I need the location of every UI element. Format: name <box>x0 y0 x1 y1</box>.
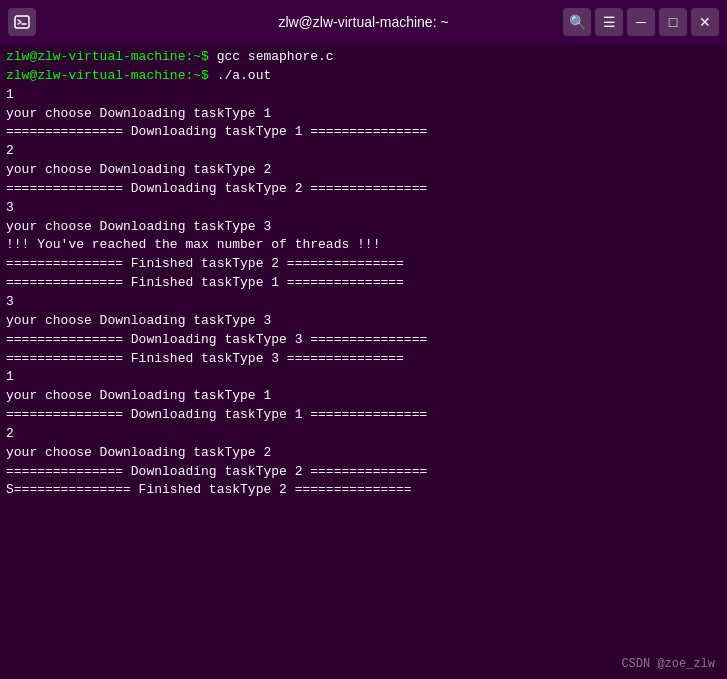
menu-button[interactable]: ☰ <box>595 8 623 36</box>
minimize-button[interactable]: ─ <box>627 8 655 36</box>
terminal-window: zlw@zlw-virtual-machine: ~ 🔍 ☰ ─ □ ✕ zlw… <box>0 0 727 679</box>
terminal-line: your choose Downloading taskType 2 <box>6 444 721 463</box>
title-bar-left <box>8 8 36 36</box>
maximize-button[interactable]: □ <box>659 8 687 36</box>
terminal-line: your choose Downloading taskType 1 <box>6 105 721 124</box>
terminal-line: !!! You've reached the max number of thr… <box>6 236 721 255</box>
terminal-line: =============== Downloading taskType 3 =… <box>6 331 721 350</box>
terminal-line: =============== Finished taskType 1 ====… <box>6 274 721 293</box>
terminal-line: 1 <box>6 368 721 387</box>
terminal-line: =============== Finished taskType 2 ====… <box>6 255 721 274</box>
terminal-body[interactable]: zlw@zlw-virtual-machine:~$ gcc semaphore… <box>0 44 727 679</box>
search-button[interactable]: 🔍 <box>563 8 591 36</box>
window-title: zlw@zlw-virtual-machine: ~ <box>278 14 448 30</box>
watermark: CSDN @zoe_zlw <box>621 657 715 671</box>
terminal-line: =============== Downloading taskType 1 =… <box>6 123 721 142</box>
terminal-line: 2 <box>6 142 721 161</box>
terminal-line: zlw@zlw-virtual-machine:~$ gcc semaphore… <box>6 48 721 67</box>
terminal-line: 1 <box>6 86 721 105</box>
svg-rect-0 <box>15 16 29 28</box>
terminal-line: 3 <box>6 293 721 312</box>
close-button[interactable]: ✕ <box>691 8 719 36</box>
terminal-line: your choose Downloading taskType 3 <box>6 218 721 237</box>
terminal-line: zlw@zlw-virtual-machine:~$ ./a.out <box>6 67 721 86</box>
terminal-line: S=============== Finished taskType 2 ===… <box>6 481 721 500</box>
terminal-line: your choose Downloading taskType 3 <box>6 312 721 331</box>
title-bar-controls: 🔍 ☰ ─ □ ✕ <box>563 8 719 36</box>
terminal-icon <box>8 8 36 36</box>
terminal-line: your choose Downloading taskType 2 <box>6 161 721 180</box>
terminal-line: your choose Downloading taskType 1 <box>6 387 721 406</box>
terminal-line: =============== Downloading taskType 2 =… <box>6 180 721 199</box>
terminal-line: 2 <box>6 425 721 444</box>
terminal-line: =============== Downloading taskType 2 =… <box>6 463 721 482</box>
title-bar: zlw@zlw-virtual-machine: ~ 🔍 ☰ ─ □ ✕ <box>0 0 727 44</box>
terminal-line: =============== Downloading taskType 1 =… <box>6 406 721 425</box>
terminal-line: =============== Finished taskType 3 ====… <box>6 350 721 369</box>
terminal-line: 3 <box>6 199 721 218</box>
